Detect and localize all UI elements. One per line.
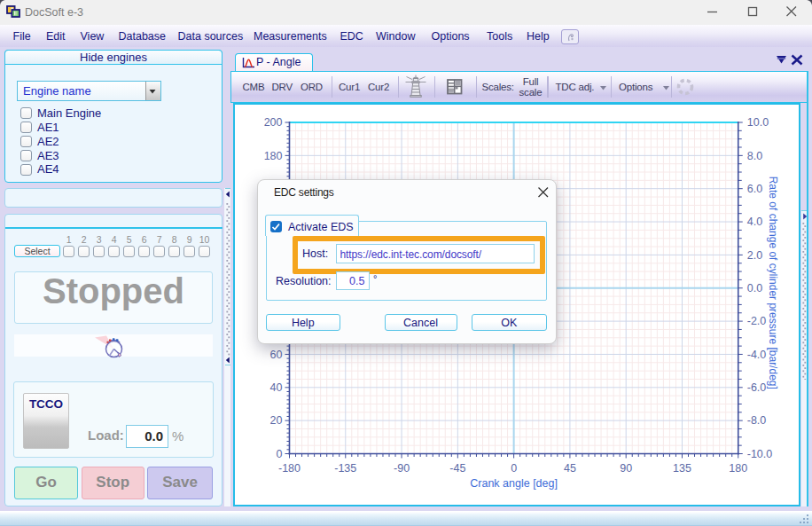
svg-text:10.0: 10.0: [747, 116, 769, 129]
svg-text:-45: -45: [449, 462, 465, 475]
svg-text:-180: -180: [278, 462, 301, 475]
svg-text:8.0: 8.0: [747, 150, 762, 162]
svg-text:-135: -135: [334, 462, 356, 475]
svg-text:60: 60: [270, 349, 283, 361]
svg-text:45: 45: [564, 462, 576, 475]
svg-text:4.0: 4.0: [747, 216, 762, 228]
svg-text:200: 200: [264, 116, 283, 129]
svg-text:Crank angle [deg]: Crank angle [deg]: [470, 477, 558, 490]
svg-text:20: 20: [270, 414, 283, 427]
svg-text:-8.0: -8.0: [747, 414, 767, 427]
svg-text:180: 180: [729, 462, 747, 475]
svg-text:-2.0: -2.0: [747, 315, 767, 327]
svg-text:Rate of change of cylinder pre: Rate of change of cylinder pressure [bar…: [767, 177, 779, 389]
svg-text:180: 180: [264, 150, 283, 162]
svg-text:-10.0: -10.0: [747, 448, 773, 460]
svg-text:6.0: 6.0: [747, 183, 762, 195]
svg-text:2.0: 2.0: [747, 249, 762, 262]
svg-text:0.0: 0.0: [747, 282, 762, 294]
svg-text:0: 0: [511, 462, 517, 475]
svg-text:40: 40: [270, 381, 283, 394]
svg-text:-6.0: -6.0: [747, 381, 767, 394]
svg-text:-90: -90: [394, 462, 410, 475]
svg-text:0: 0: [277, 448, 283, 460]
svg-text:-4.0: -4.0: [747, 349, 767, 361]
svg-text:90: 90: [620, 462, 632, 475]
svg-text:135: 135: [673, 462, 691, 475]
